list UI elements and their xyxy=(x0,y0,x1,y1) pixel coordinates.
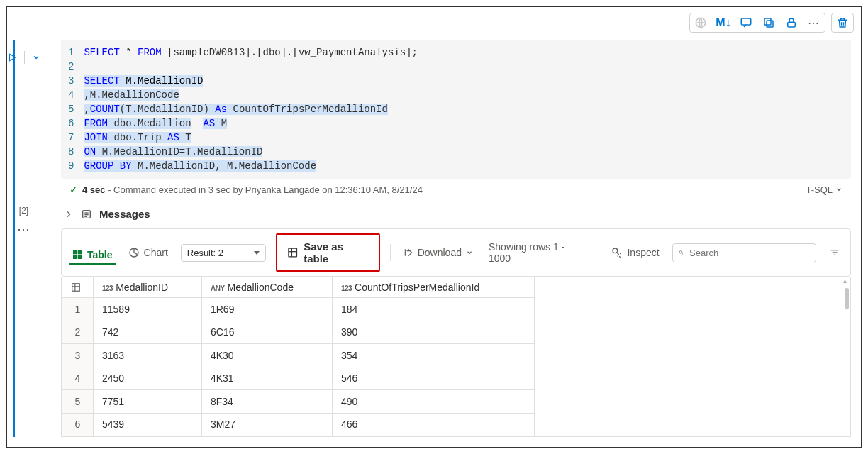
svg-rect-4 xyxy=(788,22,796,27)
cell-content: 123456789 SELECT * FROM [sampleDW0813].[… xyxy=(61,40,851,437)
svg-rect-13 xyxy=(78,255,82,259)
svg-rect-10 xyxy=(73,250,77,254)
app-frame: M↓ ⋯ xyxy=(6,6,862,448)
table-body: 1115891R69184 27426C16390 331634K30354 4… xyxy=(62,298,535,436)
view-chart-tab[interactable]: Chart xyxy=(126,244,171,261)
cell-action-group: M↓ ⋯ xyxy=(689,13,825,33)
col-header-medallioncode[interactable]: ANYMedallionCode xyxy=(201,277,332,298)
table-header-row: 123MedallionID ANYMedallionCode 123Count… xyxy=(62,277,535,298)
save-as-table-button[interactable]: Save as table xyxy=(276,233,380,272)
inspect-button[interactable]: Inspect xyxy=(608,244,662,261)
globe-icon[interactable] xyxy=(694,16,707,29)
filter-icon[interactable] xyxy=(826,244,843,261)
results-table-container: 123MedallionID ANYMedallionCode 123Count… xyxy=(61,277,851,437)
cell-more-icon[interactable]: ⋯ xyxy=(17,221,30,237)
cell-sidebar: [2] ⋯ xyxy=(13,40,33,437)
table-row[interactable]: 424504K31546 xyxy=(62,367,535,390)
code-text[interactable]: SELECT * FROM [sampleDW0813].[dbo].[vw_P… xyxy=(84,45,851,173)
svg-rect-15 xyxy=(289,248,297,257)
svg-point-21 xyxy=(679,251,682,254)
svg-point-19 xyxy=(613,248,618,253)
svg-line-20 xyxy=(617,253,619,255)
status-bar: ✓ 4 sec - Command executed in 3 sec by P… xyxy=(61,179,851,199)
search-input[interactable] xyxy=(688,247,810,259)
messages-icon xyxy=(81,209,92,220)
comment-icon[interactable] xyxy=(740,16,752,29)
exec-message: - Command executed in 3 sec by Priyanka … xyxy=(106,184,423,195)
sql-editor[interactable]: 123456789 SELECT * FROM [sampleDW0813].[… xyxy=(61,40,851,179)
messages-title: Messages xyxy=(99,208,150,220)
svg-line-22 xyxy=(681,253,683,255)
table-row[interactable]: 654393M27466 xyxy=(62,413,535,436)
copy-icon[interactable] xyxy=(762,16,775,29)
svg-rect-12 xyxy=(73,255,77,259)
svg-rect-2 xyxy=(767,21,773,27)
more-icon[interactable]: ⋯ xyxy=(808,16,820,29)
view-table-tab[interactable]: Table xyxy=(69,246,116,265)
separator xyxy=(390,244,391,261)
result-select[interactable]: Result: 2 xyxy=(181,244,266,262)
run-cell-button[interactable] xyxy=(7,52,17,62)
scrollbar[interactable] xyxy=(843,277,850,436)
svg-rect-26 xyxy=(72,284,80,292)
line-number-gutter: 123456789 xyxy=(61,45,84,173)
table-row[interactable]: 331634K30354 xyxy=(62,344,535,367)
table-row[interactable]: 1115891R69184 xyxy=(62,298,535,321)
search-box[interactable] xyxy=(672,243,816,262)
svg-marker-5 xyxy=(10,54,16,60)
results-table: 123MedallionID ANYMedallionCode 123Count… xyxy=(62,277,535,436)
main-content-row: [2] ⋯ 123456789 SELECT * FROM [sampleDW0… xyxy=(13,40,855,437)
cell-index-label: [2] xyxy=(19,206,28,216)
table-row[interactable]: 27426C16390 xyxy=(62,321,535,344)
divider xyxy=(24,51,25,64)
expand-chevron-icon[interactable] xyxy=(64,209,74,219)
svg-rect-1 xyxy=(741,18,751,25)
svg-rect-11 xyxy=(78,250,82,254)
language-selector[interactable]: T-SQL xyxy=(806,184,842,195)
download-button[interactable]: Download xyxy=(401,244,476,261)
svg-rect-3 xyxy=(764,18,771,25)
results-toolbar: Table Chart Result: 2 Save as table Down… xyxy=(61,228,851,277)
success-check-icon: ✓ xyxy=(69,184,78,195)
lock-icon[interactable] xyxy=(785,16,798,29)
run-options-chevron[interactable] xyxy=(32,53,40,62)
delete-cell-button[interactable] xyxy=(831,13,854,33)
exec-time: 4 sec xyxy=(82,184,106,195)
rows-showing-label: Showing rows 1 - 1000 xyxy=(486,238,589,267)
corner-cell[interactable] xyxy=(62,277,94,298)
table-row[interactable]: 577518F34490 xyxy=(62,390,535,414)
markdown-icon[interactable]: M↓ xyxy=(717,16,730,29)
col-header-medallionid[interactable]: 123MedallionID xyxy=(94,277,202,298)
top-right-toolbar: M↓ ⋯ xyxy=(689,13,854,33)
messages-header[interactable]: Messages xyxy=(61,199,851,228)
col-header-countoftrips[interactable]: 123CountOfTripsPerMedallionId xyxy=(332,277,534,298)
